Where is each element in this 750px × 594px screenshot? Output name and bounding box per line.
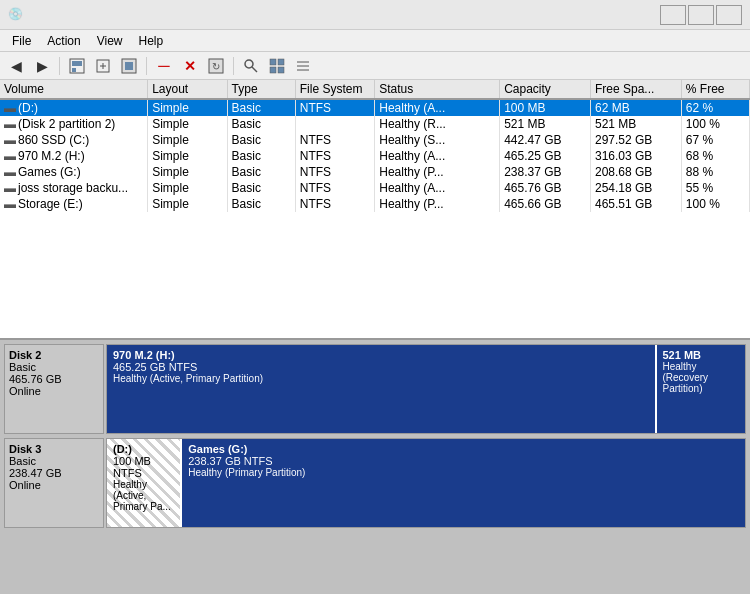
partition-0-1[interactable]: 521 MB Healthy (Recovery Partition): [657, 345, 746, 433]
cell-capacity: 465.66 GB: [500, 196, 591, 212]
toolbar-btn-grid[interactable]: [265, 55, 289, 77]
disk-size: 238.47 GB: [9, 467, 99, 479]
col-header-pct[interactable]: % Free: [681, 80, 749, 99]
svg-rect-15: [278, 67, 284, 73]
toolbar-btn-3[interactable]: [117, 55, 141, 77]
cell-layout: Simple: [148, 132, 227, 148]
disk-name: Disk 2: [9, 349, 99, 361]
disk-label-1: Disk 3 Basic 238.47 GB Online: [4, 438, 104, 528]
cell-volume: ▬(Disk 2 partition 2): [0, 116, 148, 132]
forward-button[interactable]: ▶: [30, 55, 54, 77]
cell-capacity: 521 MB: [500, 116, 591, 132]
title-bar: 💿: [0, 0, 750, 30]
table-row[interactable]: ▬joss storage backu... Simple Basic NTFS…: [0, 180, 750, 196]
cell-type: Basic: [227, 196, 295, 212]
table-row[interactable]: ▬970 M.2 (H:) Simple Basic NTFS Healthy …: [0, 148, 750, 164]
disk-name: Disk 3: [9, 443, 99, 455]
col-header-status[interactable]: Status: [375, 80, 500, 99]
disk-row-0: Disk 2 Basic 465.76 GB Online 970 M.2 (H…: [4, 344, 746, 434]
col-header-type[interactable]: Type: [227, 80, 295, 99]
cell-type: Basic: [227, 148, 295, 164]
cell-status: Healthy (A...: [375, 99, 500, 116]
col-header-filesystem[interactable]: File System: [295, 80, 374, 99]
cell-filesystem: NTFS: [295, 196, 374, 212]
cell-filesystem: NTFS: [295, 99, 374, 116]
cell-pct: 62 %: [681, 99, 749, 116]
col-header-free[interactable]: Free Spa...: [590, 80, 681, 99]
partition-name: Games (G:): [188, 443, 739, 455]
svg-rect-13: [278, 59, 284, 65]
close-button[interactable]: [716, 5, 742, 25]
cell-status: Healthy (R...: [375, 116, 500, 132]
cell-status: Healthy (A...: [375, 148, 500, 164]
svg-rect-1: [72, 61, 82, 66]
svg-rect-2: [72, 68, 76, 72]
menu-view[interactable]: View: [89, 32, 131, 50]
cell-filesystem: NTFS: [295, 180, 374, 196]
app-icon: 💿: [8, 7, 24, 23]
cell-filesystem: [295, 116, 374, 132]
cell-layout: Simple: [148, 180, 227, 196]
table-row[interactable]: ▬(D:) Simple Basic NTFS Healthy (A... 10…: [0, 99, 750, 116]
cell-type: Basic: [227, 132, 295, 148]
menu-help[interactable]: Help: [131, 32, 172, 50]
cell-pct: 100 %: [681, 196, 749, 212]
partition-1-0[interactable]: (D:) 100 MB NTFS Healthy (Active, Primar…: [107, 439, 182, 527]
toolbar: ◀ ▶ ─ ✕ ↻: [0, 52, 750, 80]
disk-partitions-1: (D:) 100 MB NTFS Healthy (Active, Primar…: [106, 438, 746, 528]
volume-table: Volume Layout Type File System Status Ca…: [0, 80, 750, 212]
table-row[interactable]: ▬860 SSD (C:) Simple Basic NTFS Healthy …: [0, 132, 750, 148]
partition-status: Healthy (Active, Primary Partition): [113, 373, 649, 384]
col-header-layout[interactable]: Layout: [148, 80, 227, 99]
svg-rect-12: [270, 59, 276, 65]
cell-type: Basic: [227, 99, 295, 116]
cell-layout: Simple: [148, 164, 227, 180]
partition-name: 521 MB: [663, 349, 740, 361]
partition-status: Healthy (Primary Partition): [188, 467, 739, 478]
cell-volume: ▬860 SSD (C:): [0, 132, 148, 148]
toolbar-btn-2[interactable]: [91, 55, 115, 77]
cell-type: Basic: [227, 180, 295, 196]
disk-type: Basic: [9, 455, 99, 467]
cell-status: Healthy (P...: [375, 164, 500, 180]
partition-status: Healthy (Recovery Partition): [663, 361, 740, 394]
cell-filesystem: NTFS: [295, 132, 374, 148]
cell-pct: 67 %: [681, 132, 749, 148]
menu-action[interactable]: Action: [39, 32, 88, 50]
table-header-row: Volume Layout Type File System Status Ca…: [0, 80, 750, 99]
svg-line-11: [252, 67, 257, 72]
cell-status: Healthy (S...: [375, 132, 500, 148]
toolbar-btn-1[interactable]: [65, 55, 89, 77]
toolbar-btn-dash[interactable]: ─: [152, 55, 176, 77]
main-content: Volume Layout Type File System Status Ca…: [0, 80, 750, 594]
table-row[interactable]: ▬Storage (E:) Simple Basic NTFS Healthy …: [0, 196, 750, 212]
partition-1-1[interactable]: Games (G:) 238.37 GB NTFS Healthy (Prima…: [182, 439, 745, 527]
volume-table-area: Volume Layout Type File System Status Ca…: [0, 80, 750, 340]
partition-size: 238.37 GB NTFS: [188, 455, 739, 467]
toolbar-sep-3: [233, 57, 234, 75]
disk-panel: Disk 2 Basic 465.76 GB Online 970 M.2 (H…: [0, 340, 750, 594]
toolbar-btn-search[interactable]: [239, 55, 263, 77]
table-row[interactable]: ▬Games (G:) Simple Basic NTFS Healthy (P…: [0, 164, 750, 180]
col-header-volume[interactable]: Volume: [0, 80, 148, 99]
toolbar-btn-refresh[interactable]: ↻: [204, 55, 228, 77]
cell-capacity: 442.47 GB: [500, 132, 591, 148]
cell-type: Basic: [227, 164, 295, 180]
disk-row-1: Disk 3 Basic 238.47 GB Online (D:) 100 M…: [4, 438, 746, 528]
svg-rect-7: [125, 62, 133, 70]
col-header-capacity[interactable]: Capacity: [500, 80, 591, 99]
menu-file[interactable]: File: [4, 32, 39, 50]
table-body: ▬(D:) Simple Basic NTFS Healthy (A... 10…: [0, 99, 750, 212]
cell-status: Healthy (A...: [375, 180, 500, 196]
toolbar-btn-x[interactable]: ✕: [178, 55, 202, 77]
maximize-button[interactable]: [688, 5, 714, 25]
cell-pct: 100 %: [681, 116, 749, 132]
partition-0-0[interactable]: 970 M.2 (H:) 465.25 GB NTFS Healthy (Act…: [107, 345, 657, 433]
cell-type: Basic: [227, 116, 295, 132]
partition-name: (D:): [113, 443, 174, 455]
table-row[interactable]: ▬(Disk 2 partition 2) Simple Basic Healt…: [0, 116, 750, 132]
toolbar-btn-list[interactable]: [291, 55, 315, 77]
back-button[interactable]: ◀: [4, 55, 28, 77]
partition-size: 100 MB NTFS: [113, 455, 174, 479]
minimize-button[interactable]: [660, 5, 686, 25]
